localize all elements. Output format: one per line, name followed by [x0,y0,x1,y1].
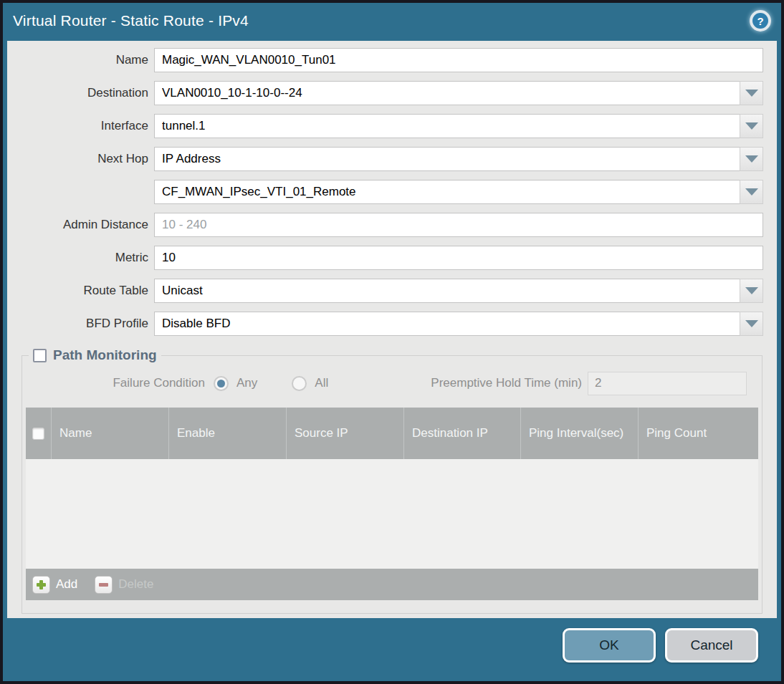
path-monitoring-checkbox[interactable] [33,349,47,362]
table-body-empty [26,459,758,569]
bfd-profile-dropdown-button[interactable] [740,312,763,336]
table-toolbar: Add Delete [26,569,758,600]
failure-condition-all-radio[interactable] [292,376,307,391]
path-monitoring-title: Path Monitoring [53,347,157,363]
interface-dropdown-button[interactable] [740,114,763,138]
title-bar: Virtual Router - Static Route - IPv4 ? [3,3,781,39]
chevron-down-icon [745,188,758,196]
plus-icon [32,576,50,594]
path-monitoring-legend: Path Monitoring [29,347,161,363]
form-row-name: Name [7,48,777,72]
minus-icon [95,576,113,594]
column-header-name[interactable]: Name [52,408,169,459]
chevron-down-icon [745,90,758,97]
form-row-admin-distance: Admin Distance [7,213,777,237]
route-table-input[interactable] [154,279,763,303]
column-header-ping-interval[interactable]: Ping Interval(sec) [521,408,639,459]
form-row-next-hop-address [7,180,777,204]
metric-input[interactable] [154,246,763,270]
next-hop-label: Next Hop [7,152,154,166]
chevron-down-icon [745,122,758,130]
name-label: Name [7,53,154,67]
failure-condition-all-label: All [315,376,328,390]
add-button[interactable]: Add [32,576,77,594]
destination-dropdown-button[interactable] [740,81,763,105]
interface-input[interactable] [154,114,763,138]
form-row-destination: Destination [7,81,777,105]
interface-label: Interface [7,119,154,133]
radio-selected-dot [217,380,225,387]
admin-distance-input[interactable] [154,213,763,237]
chevron-down-icon [745,320,758,327]
form-row-route-table: Route Table [7,279,777,303]
bfd-profile-label: BFD Profile [7,317,154,331]
destination-label: Destination [7,86,154,100]
table-header-checkbox-cell [26,408,52,459]
column-header-ping-count[interactable]: Ping Count [639,408,758,459]
bfd-profile-input[interactable] [154,312,763,336]
next-hop-address-input[interactable] [154,180,763,204]
form-row-next-hop: Next Hop [7,147,777,171]
chevron-down-icon [745,287,758,294]
column-header-destination-ip[interactable]: Destination IP [404,408,521,459]
failure-condition-any-label: Any [236,376,257,390]
path-monitoring-section: Path Monitoring Failure Condition Any Al… [21,347,763,614]
delete-button[interactable]: Delete [95,576,153,594]
static-route-dialog: Virtual Router - Static Route - IPv4 ? N… [0,0,784,684]
chevron-down-icon [745,155,758,163]
name-input[interactable] [154,48,763,72]
ok-button[interactable]: OK [563,628,656,663]
admin-distance-label: Admin Distance [7,218,154,232]
dialog-footer: OK Cancel [3,618,781,663]
failure-condition-any-radio[interactable] [214,376,229,391]
preemptive-hold-time-label: Preemptive Hold Time (min) [431,376,582,390]
form-row-interface: Interface [7,114,777,138]
table-header-row: Name Enable Source IP Destination IP Pin… [26,408,758,459]
route-table-dropdown-button[interactable] [740,279,763,303]
next-hop-type-input[interactable] [154,147,763,171]
failure-condition-row: Failure Condition Any All Preemptive Hol… [26,370,751,396]
column-header-source-ip[interactable]: Source IP [287,408,404,459]
cancel-button[interactable]: Cancel [665,628,758,663]
route-table-label: Route Table [7,284,154,298]
dialog-title: Virtual Router - Static Route - IPv4 [13,12,249,29]
preemptive-hold-time-input[interactable] [588,372,747,395]
form-row-metric: Metric [7,246,777,270]
form-row-bfd-profile: BFD Profile [7,312,777,336]
failure-condition-label: Failure Condition [26,376,214,390]
path-monitoring-table: Name Enable Source IP Destination IP Pin… [26,408,758,600]
select-all-checkbox[interactable] [32,428,44,440]
destination-input[interactable] [154,81,763,105]
delete-button-label: Delete [118,577,153,592]
next-hop-type-dropdown-button[interactable] [740,147,763,171]
metric-label: Metric [7,251,154,265]
content-panel: Name Destination Interface [7,41,777,618]
next-hop-address-dropdown-button[interactable] [740,180,763,204]
help-icon[interactable]: ? [750,10,771,32]
column-header-enable[interactable]: Enable [169,408,287,459]
add-button-label: Add [56,577,77,592]
